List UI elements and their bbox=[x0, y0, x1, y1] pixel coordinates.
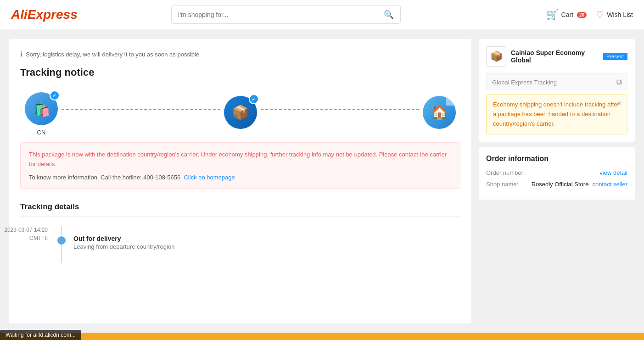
contact-seller-link[interactable]: contact seller bbox=[592, 181, 627, 188]
header: AliExpress 🔍 🛒 Cart 20 ♡ Wish List bbox=[0, 0, 644, 30]
cart-count: 20 bbox=[577, 12, 587, 18]
notice-bar: ℹ Sorry, logistics delay, we will delive… bbox=[20, 50, 460, 58]
right-panel: 📦 Cainiao Super Economy Global Present G… bbox=[479, 39, 635, 323]
warning-text: Economy shipping doesn't include trackin… bbox=[493, 101, 619, 127]
timeline-vert-line-0 bbox=[61, 245, 62, 263]
info-icon: ℹ bbox=[20, 50, 23, 58]
view-detail-link[interactable]: view detail bbox=[599, 169, 627, 176]
carrier-card: 📦 Cainiao Super Economy Global Present G… bbox=[479, 39, 635, 142]
tracking-number-area: Global Express Tracking ⧉ bbox=[486, 73, 627, 91]
present-badge: Present bbox=[603, 53, 627, 60]
notice-text: Sorry, logistics delay, we will delivery… bbox=[26, 51, 201, 58]
status-text: Waiting for alifd.alicdn.com... bbox=[6, 332, 76, 338]
alert-main-text: This package is now with the destination… bbox=[29, 150, 452, 169]
timeline-desc-0: Leaving from departure country/region bbox=[73, 243, 460, 250]
cart-label: Cart bbox=[561, 11, 573, 18]
step-3: 🏠 bbox=[423, 96, 456, 133]
step-icon-3: 🏠 bbox=[431, 104, 448, 120]
tracking-steps: 🛍️ ✓ CN 📦 ✓ 🏠 bbox=[20, 92, 460, 136]
step-line-1 bbox=[62, 109, 220, 110]
step-label-1: CN bbox=[37, 129, 46, 136]
heart-icon: ♡ bbox=[596, 9, 604, 20]
timeline-date: 2023-03-07 14:20 bbox=[0, 226, 48, 234]
status-bar: Waiting for alifd.alicdn.com... bbox=[0, 330, 81, 340]
shop-name-row: Shop name: Rosedly Official Store contac… bbox=[486, 181, 627, 188]
wish-list-label: Wish List bbox=[607, 11, 633, 18]
timeline-event-0: Out for delivery bbox=[73, 235, 460, 242]
tracking-details-section: Tracking details 2023-03-07 14:20 GMT+8 bbox=[20, 202, 460, 263]
wish-list-action[interactable]: ♡ Wish List bbox=[596, 9, 633, 20]
order-number-label: Order number: bbox=[486, 169, 525, 176]
search-button[interactable]: 🔍 bbox=[377, 6, 400, 23]
timeline-content-0: Out for delivery Leaving from departure … bbox=[73, 226, 460, 259]
timeline-time-0: 2023-03-07 14:20 GMT+8 bbox=[0, 226, 48, 242]
step-icon-2: 📦 bbox=[232, 104, 249, 120]
step-1: 🛍️ ✓ CN bbox=[25, 92, 58, 136]
copy-icon[interactable]: ⧉ bbox=[616, 78, 622, 86]
warning-notice: Economy shipping doesn't include trackin… bbox=[486, 94, 627, 134]
carrier-logo: 📦 bbox=[486, 46, 506, 67]
cart-icon: 🛒 bbox=[546, 9, 559, 21]
order-title: Order information bbox=[486, 155, 627, 163]
timeline-dot-wrap-0 bbox=[57, 226, 66, 263]
tracking-title: Tracking notice bbox=[20, 67, 460, 78]
warning-close-button[interactable]: ✕ bbox=[617, 98, 622, 108]
shop-name-label: Shop name: bbox=[486, 181, 518, 188]
step-line-2 bbox=[261, 109, 420, 110]
carrier-name: Cainiao Super Economy Global bbox=[511, 49, 598, 64]
aliexpress-logo: AliExpress bbox=[11, 7, 94, 22]
main-content: ℹ Sorry, logistics delay, we will delive… bbox=[0, 30, 644, 333]
tracking-details-title: Tracking details bbox=[20, 202, 460, 217]
cart-action[interactable]: 🛒 Cart 20 bbox=[546, 9, 587, 21]
tracking-label: Global Express Tracking bbox=[492, 79, 557, 86]
homepage-link[interactable]: Click on homepage bbox=[184, 174, 235, 181]
search-bar: 🔍 bbox=[171, 6, 401, 24]
timeline-item-0: 2023-03-07 14:20 GMT+8 Out for delivery … bbox=[57, 226, 460, 263]
step-circle-1: 🛍️ ✓ bbox=[25, 92, 58, 125]
step-2: 📦 ✓ bbox=[224, 96, 257, 133]
order-number-row: Order number: view detail bbox=[486, 169, 627, 176]
search-input[interactable] bbox=[172, 6, 377, 23]
header-actions: 🛒 Cart 20 ♡ Wish List bbox=[546, 9, 633, 21]
timeline-dot-0 bbox=[57, 236, 66, 245]
alert-box: This package is now with the destination… bbox=[20, 142, 460, 189]
timeline: 2023-03-07 14:20 GMT+8 Out for delivery … bbox=[20, 226, 460, 263]
step-check-1: ✓ bbox=[50, 90, 60, 100]
carrier-header: 📦 Cainiao Super Economy Global Present bbox=[486, 46, 627, 67]
timeline-tz: GMT+8 bbox=[0, 234, 48, 242]
shop-name-value: Rosedly Official Store bbox=[532, 181, 589, 188]
order-card: Order information Order number: view det… bbox=[479, 147, 635, 200]
step-check-2: ✓ bbox=[249, 94, 259, 104]
step-circle-2: 📦 ✓ bbox=[224, 96, 257, 129]
left-panel: ℹ Sorry, logistics delay, we will delive… bbox=[9, 39, 471, 323]
step-icon-1: 🛍️ bbox=[33, 101, 50, 117]
step-circle-3: 🏠 bbox=[423, 96, 456, 129]
timeline-top-line bbox=[61, 226, 62, 235]
hotline-text: To know more information, Call the hotli… bbox=[29, 174, 452, 181]
